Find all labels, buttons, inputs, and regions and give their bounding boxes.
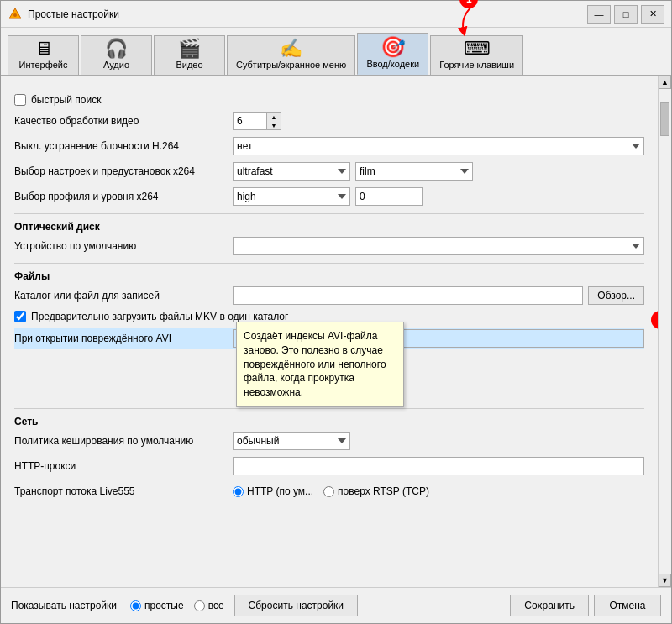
http-proxy-input[interactable] xyxy=(233,457,644,475)
video-quality-row: Качество обработки видео 6 ▲ ▼ xyxy=(14,111,644,131)
show-simple-label: простые xyxy=(144,600,184,611)
show-settings-label: Показывать настройки xyxy=(11,600,117,611)
subtitles-icon: ✍ xyxy=(280,39,302,58)
mkv-preload-checkbox[interactable] xyxy=(14,311,26,322)
cache-policy-row: Политика кеширования по умолчанию обычны… xyxy=(14,431,644,451)
close-button[interactable]: ✕ xyxy=(641,5,664,24)
bottom-bar-right: Сохранить Отмена xyxy=(510,595,661,616)
spin-down-btn[interactable]: ▼ xyxy=(267,121,281,129)
mkv-preload-label: Предварительно загрузить файлы MKV в оди… xyxy=(31,311,288,322)
live555-control: HTTP (по ум... поверх RTSP (TCP) xyxy=(233,485,644,497)
h264-label: Выкл. устранение блочности H.264 xyxy=(14,140,233,152)
tab-subtitles[interactable]: ✍ Субтитры/экранное меню xyxy=(227,35,355,75)
x264-preset2-select[interactable]: film xyxy=(355,162,473,181)
mkv-preload-row: Предварительно загрузить файлы MKV в оди… xyxy=(14,311,644,322)
tab-bar: 🖥 Интерфейс 🎧 Аудио 🎬 Видео ✍ Субтитры/э… xyxy=(1,28,671,76)
tab-interface[interactable]: 🖥 Интерфейс xyxy=(8,35,79,75)
cache-policy-control: обычный xyxy=(233,432,644,450)
window-title: Простые настройки xyxy=(28,8,587,20)
save-button[interactable]: Сохранить xyxy=(510,595,589,616)
h264-row: Выкл. устранение блочности H.264 нет xyxy=(14,136,644,156)
live555-radio-group: HTTP (по ум... поверх RTSP (TCP) xyxy=(233,485,429,497)
tab-video[interactable]: 🎬 Видео xyxy=(154,35,225,75)
h264-control: нет xyxy=(233,137,644,155)
annotation-2: 2 xyxy=(651,311,658,329)
default-device-select[interactable] xyxy=(233,237,644,255)
minimize-button[interactable]: — xyxy=(587,5,611,24)
cache-policy-select[interactable]: обычный xyxy=(233,432,350,450)
show-simple-item: простые xyxy=(130,600,184,611)
optical-disc-header: Оптический диск xyxy=(14,221,644,233)
video-quality-spinner: 6 ▲ ▼ xyxy=(233,112,281,130)
http-proxy-row: HTTP-прокси xyxy=(14,456,644,476)
live555-http-radio[interactable] xyxy=(233,486,244,497)
spin-up-btn[interactable]: ▲ xyxy=(267,113,281,121)
x264-profile-select[interactable]: high xyxy=(233,187,350,206)
live555-http-label: HTTP (по ум... xyxy=(247,485,313,497)
quick-search-checkbox[interactable] xyxy=(14,94,26,106)
record-dir-input[interactable] xyxy=(233,286,583,305)
live555-rtsp-radio[interactable] xyxy=(323,486,334,497)
show-simple-radio[interactable] xyxy=(130,600,141,611)
video-quality-input[interactable]: 6 xyxy=(233,112,266,130)
live555-rtsp-label: поверх RTSP (TCP) xyxy=(338,485,429,497)
scroll-down-btn[interactable]: ▼ xyxy=(659,574,671,587)
content-area: быстрый поиск Качество обработки видео 6… xyxy=(1,76,671,587)
reset-button[interactable]: Сбросить настройки xyxy=(234,595,358,616)
cache-policy-label: Политика кеширования по умолчанию xyxy=(14,435,233,447)
default-device-control xyxy=(233,237,644,255)
default-device-row: Устройство по умолчанию xyxy=(14,236,644,256)
audio-icon: 🎧 xyxy=(105,39,128,58)
x264-level-input[interactable]: 0 xyxy=(355,187,423,206)
bottom-bar: Показывать настройки простые все Сбросит… xyxy=(1,587,671,623)
title-bar-buttons: — □ ✕ xyxy=(587,5,664,24)
interface-icon: 🖥 xyxy=(34,39,53,58)
http-proxy-label: HTTP-прокси xyxy=(14,460,233,472)
live555-rtsp-item: поверх RTSP (TCP) xyxy=(323,485,429,497)
section-divider-3 xyxy=(14,408,644,409)
main-content: быстрый поиск Качество обработки видео 6… xyxy=(1,76,658,587)
x264-profile-row: Выбор профиля и уровня x264 high 0 xyxy=(14,186,644,207)
live555-http-item: HTTP (по ум... xyxy=(233,485,313,497)
show-all-radio[interactable] xyxy=(194,600,205,611)
hotkeys-icon: ⌨ xyxy=(464,39,491,58)
x264-preset-select[interactable]: ultrafast xyxy=(233,162,350,181)
scrollbar: ▲ ▼ xyxy=(658,76,671,587)
live555-label: Транспорт потока Live555 xyxy=(14,485,233,497)
live555-row: Транспорт потока Live555 HTTP (по ум... … xyxy=(14,481,644,501)
tooltip: Создаёт индексы AVI-файла заново. Это по… xyxy=(236,322,404,407)
app-icon xyxy=(8,7,23,22)
record-dir-label: Каталог или файл для записей xyxy=(14,290,233,302)
tab-audio[interactable]: 🎧 Аудио xyxy=(81,35,152,75)
x264-profile-control: high 0 xyxy=(233,187,644,206)
avi-repair-label: При открытии повреждённого AVI xyxy=(14,333,233,344)
tab-input[interactable]: 1 🎯 Ввод/кодеки xyxy=(357,33,428,75)
record-dir-control: Обзор... xyxy=(233,286,644,305)
x264-presets-control: ultrafast film xyxy=(233,162,644,181)
video-quality-control: 6 ▲ ▼ xyxy=(233,112,644,130)
svg-point-1 xyxy=(13,13,17,17)
section-divider-1 xyxy=(14,213,644,214)
quick-search-label: быстрый поиск xyxy=(31,94,101,106)
spin-buttons: ▲ ▼ xyxy=(266,112,281,130)
x264-presets-label: Выбор настроек и предустановок x264 xyxy=(14,165,233,177)
browse-button[interactable]: Обзор... xyxy=(588,286,644,305)
scroll-up-btn[interactable]: ▲ xyxy=(659,76,671,89)
video-quality-label: Качество обработки видео xyxy=(14,115,233,127)
maximize-button[interactable]: □ xyxy=(614,5,638,24)
tab-hotkeys[interactable]: ⌨ Горячие клавиши xyxy=(430,35,523,75)
main-window: Простые настройки — □ ✕ 🖥 Интерфейс 🎧 Ау… xyxy=(0,0,672,624)
input-icon: 🎯 xyxy=(381,37,406,57)
h264-select[interactable]: нет xyxy=(233,137,644,155)
video-icon: 🎬 xyxy=(178,39,201,58)
bottom-bar-left: Показывать настройки простые все Сбросит… xyxy=(11,595,358,616)
record-dir-row: Каталог или файл для записей Обзор... xyxy=(14,286,644,306)
network-header: Сеть xyxy=(14,416,644,427)
default-device-label: Устройство по умолчанию xyxy=(14,240,233,252)
section-divider-2 xyxy=(14,263,644,264)
cancel-button[interactable]: Отмена xyxy=(594,595,661,616)
files-header: Файлы xyxy=(14,270,644,282)
show-all-item: все xyxy=(194,600,224,611)
http-proxy-control xyxy=(233,457,644,475)
scrollbar-thumb[interactable] xyxy=(660,102,669,136)
